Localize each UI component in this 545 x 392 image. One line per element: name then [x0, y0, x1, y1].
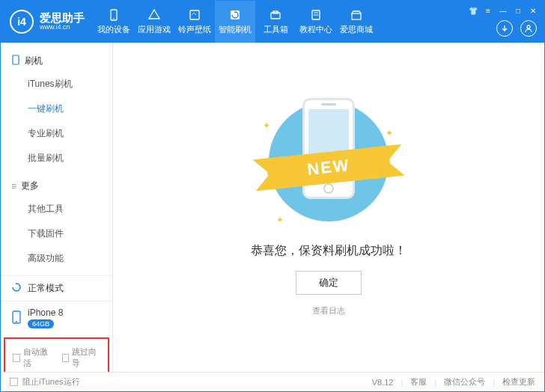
svg-rect-9: [352, 13, 361, 19]
book-icon: [309, 8, 323, 22]
nav-shop[interactable]: 爱思商城: [336, 1, 377, 43]
sidebar-item-itunes-flash[interactable]: iTunes刷机: [1, 72, 112, 97]
svg-point-10: [527, 25, 530, 28]
success-message: 恭喜您，保资料刷机成功啦！: [251, 243, 407, 259]
view-log-link[interactable]: 查看日志: [312, 305, 345, 316]
sidebar-group-more: ≡ 更多 其他工具 下载固件 高级功能: [1, 175, 112, 275]
sidebar: 刷机 iTunes刷机 一键刷机 专业刷机 批量刷机 ≡ 更多 其他工具 下载固…: [1, 43, 113, 372]
app-body: 刷机 iTunes刷机 一键刷机 专业刷机 批量刷机 ≡ 更多 其他工具 下载固…: [1, 43, 544, 372]
svg-rect-2: [190, 10, 199, 19]
window-controls: 👕 ≡ — □ ✕: [468, 5, 538, 16]
menu-icon[interactable]: ≡: [483, 5, 493, 16]
ok-button[interactable]: 确定: [296, 271, 362, 295]
block-itunes-checkbox[interactable]: 阻止iTunes运行: [10, 376, 80, 388]
sidebar-item-batch-flash[interactable]: 批量刷机: [1, 146, 112, 171]
toolbox-icon: [269, 8, 282, 22]
nav-apps[interactable]: 应用游戏: [134, 1, 174, 43]
logo-text: 爱思助手 www.i4.cn: [40, 12, 85, 31]
flash-options-highlight: 自动激活 跳过向导: [4, 337, 109, 372]
sidebar-group-flash: 刷机 iTunes刷机 一键刷机 专业刷机 批量刷机: [1, 50, 112, 175]
svg-rect-11: [13, 55, 19, 64]
device-mode-status[interactable]: 正常模式: [1, 275, 112, 301]
nav-my-device[interactable]: 我的设备: [94, 1, 134, 43]
storage-badge: 64GB: [28, 319, 54, 328]
refresh-icon: [11, 282, 22, 295]
svg-point-1: [113, 18, 115, 19]
footer-link-update[interactable]: 检查更新: [502, 376, 535, 388]
footer-link-support[interactable]: 客服: [410, 376, 427, 388]
list-icon: ≡: [11, 181, 16, 192]
nav-tools[interactable]: 工具箱: [255, 1, 296, 43]
device-icon: [107, 8, 121, 22]
device-name: iPhone 8: [28, 307, 63, 318]
skip-guide-checkbox[interactable]: 跳过向导: [62, 346, 101, 369]
device-info[interactable]: iPhone 8 64GB: [1, 301, 112, 334]
app-header: i4 爱思助手 www.i4.cn 我的设备 应用游戏 铃声壁纸 智能刷机 工具…: [1, 1, 544, 43]
checkbox-icon: [62, 354, 70, 362]
success-illustration: NEW ✦ ✦ ✦: [254, 98, 404, 233]
sidebar-item-pro-flash[interactable]: 专业刷机: [1, 121, 112, 146]
sidebar-item-onekey-flash[interactable]: 一键刷机: [1, 97, 112, 121]
main-content: NEW ✦ ✦ ✦ 恭喜您，保资料刷机成功啦！ 确定 查看日志: [113, 43, 544, 372]
checkbox-icon: [10, 378, 18, 386]
logo-icon: i4: [10, 10, 34, 34]
sidebar-item-download-fw[interactable]: 下载固件: [1, 221, 112, 246]
sidebar-item-other-tools[interactable]: 其他工具: [1, 197, 112, 221]
header-actions: [496, 20, 537, 37]
phone-icon: [11, 55, 20, 67]
nav-media[interactable]: 铃声壁纸: [174, 1, 215, 43]
brand-url: www.i4.cn: [40, 24, 85, 31]
media-icon: [188, 8, 201, 22]
auto-activate-checkbox[interactable]: 自动激活: [13, 346, 52, 369]
checkbox-icon: [13, 354, 20, 362]
phone-icon: [11, 310, 22, 326]
top-nav: 我的设备 应用游戏 铃声壁纸 智能刷机 工具箱 教程中心 爱思商城: [94, 1, 377, 43]
sparkle-icon: ✦: [263, 120, 270, 131]
flash-icon: [228, 8, 242, 22]
version-label: V8.12: [372, 378, 394, 387]
maximize-icon[interactable]: □: [513, 5, 523, 16]
close-icon[interactable]: ✕: [528, 5, 538, 16]
download-button[interactable]: [496, 20, 513, 37]
sidebar-group-head[interactable]: ≡ 更多: [1, 175, 112, 197]
footer-links: V8.12 | 客服 | 微信公众号 | 检查更新: [372, 376, 535, 388]
sparkle-icon: ✦: [276, 215, 284, 225]
brand-name: 爱思助手: [40, 12, 85, 25]
minimize-icon[interactable]: —: [498, 5, 508, 16]
footer-link-wechat[interactable]: 微信公众号: [444, 376, 485, 388]
status-bar: 阻止iTunes运行 V8.12 | 客服 | 微信公众号 | 检查更新: [1, 372, 544, 391]
nav-flash[interactable]: 智能刷机: [215, 1, 255, 43]
sidebar-group-head[interactable]: 刷机: [1, 50, 112, 72]
sparkle-icon: ✦: [386, 128, 393, 138]
user-button[interactable]: [520, 20, 537, 37]
svg-point-13: [16, 321, 17, 322]
shop-icon: [350, 8, 363, 22]
sidebar-item-advanced[interactable]: 高级功能: [1, 246, 112, 271]
nav-tutorial[interactable]: 教程中心: [296, 1, 336, 43]
apps-icon: [147, 8, 161, 22]
skin-icon[interactable]: 👕: [468, 5, 478, 16]
logo: i4 爱思助手 www.i4.cn: [1, 10, 94, 34]
